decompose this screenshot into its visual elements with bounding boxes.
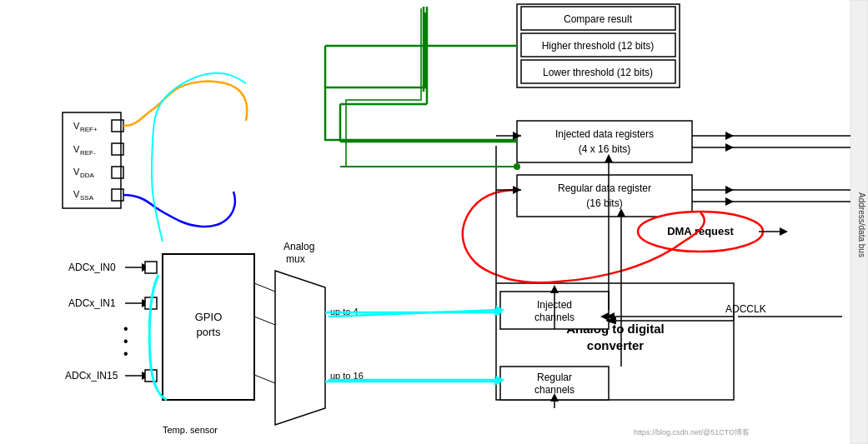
svg-text:V: V — [73, 167, 80, 177]
svg-text:DDA: DDA — [80, 172, 95, 179]
svg-text:GPIO: GPIO — [195, 311, 223, 323]
svg-text:V: V — [73, 121, 80, 131]
svg-text:V: V — [73, 144, 80, 154]
svg-text:Lower threshold (12 bits): Lower threshold (12 bits) — [543, 67, 653, 78]
svg-text:(16 bits): (16 bits) — [586, 197, 622, 209]
svg-rect-13 — [517, 175, 692, 217]
svg-text:https://blog.csdn.net/@51CTO博客: https://blog.csdn.net/@51CTO博客 — [634, 428, 750, 437]
svg-text:ADCx_IN1: ADCx_IN1 — [68, 297, 116, 309]
svg-text:DMA request: DMA request — [667, 225, 734, 237]
svg-text:Higher threshold (12 bits): Higher threshold (12 bits) — [542, 40, 655, 52]
svg-text:ADCx_IN15: ADCx_IN15 — [65, 370, 118, 382]
svg-text:Compare result: Compare result — [564, 13, 633, 25]
svg-text:ports: ports — [197, 326, 221, 338]
svg-rect-78 — [112, 167, 123, 178]
svg-rect-43 — [145, 262, 157, 273]
svg-text:•: • — [123, 347, 128, 361]
svg-text:Injected data registers: Injected data registers — [555, 128, 654, 140]
svg-text:Temp. sensor: Temp. sensor — [163, 425, 218, 435]
svg-rect-10 — [517, 121, 692, 162]
svg-text:Regular: Regular — [537, 372, 572, 383]
svg-text:converter: converter — [587, 338, 645, 352]
svg-rect-75 — [112, 143, 123, 155]
svg-rect-72 — [112, 120, 123, 132]
svg-text:(4 x 16 bits): (4 x 16 bits) — [579, 143, 631, 155]
svg-rect-81 — [112, 189, 123, 201]
svg-text:Address/data bus: Address/data bus — [857, 192, 866, 257]
svg-text:REF+: REF+ — [80, 126, 98, 133]
svg-text:Regular data register: Regular data register — [558, 182, 651, 194]
svg-text:REF-: REF- — [80, 149, 96, 157]
svg-text:ADCx_IN0: ADCx_IN0 — [68, 262, 116, 273]
svg-text:SSA: SSA — [80, 194, 94, 202]
svg-marker-60 — [275, 271, 325, 425]
svg-text:ADCCLK: ADCCLK — [725, 303, 766, 315]
svg-text:Analog: Analog — [283, 241, 314, 252]
svg-text:mux: mux — [286, 253, 305, 265]
diagram-container: Address/data bus Compare result Higher t… — [0, 0, 868, 444]
svg-text:V: V — [73, 189, 80, 199]
